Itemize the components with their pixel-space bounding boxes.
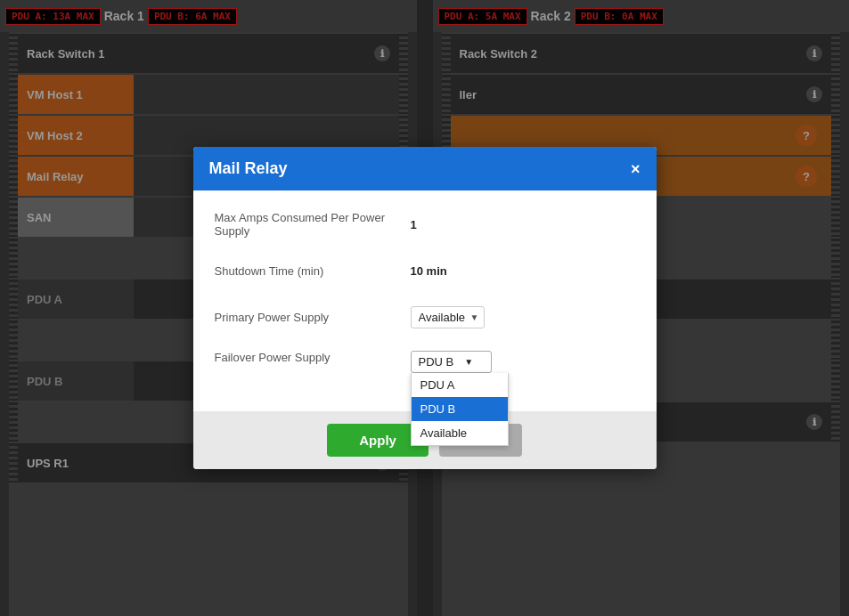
modal-body: Max Amps Consumed Per Power Supply 1 Shu… (193, 190, 657, 411)
failover-power-row: Failover Power Supply PDU B ▼ PDU A PDU … (215, 347, 635, 379)
shutdown-time-label: Shutdown Time (min) (215, 264, 411, 278)
failover-dropdown-list: PDU A PDU B Available (411, 373, 509, 446)
failover-power-label: Failover Power Supply (215, 351, 411, 364)
primary-power-row: Primary Power Supply Available ▼ (215, 301, 635, 333)
max-amps-value: 1 (411, 218, 417, 231)
failover-option-pdub[interactable]: PDU B (412, 397, 508, 421)
primary-power-label: Primary Power Supply (215, 311, 411, 324)
max-amps-row: Max Amps Consumed Per Power Supply 1 (215, 208, 635, 240)
failover-dropdown-display[interactable]: PDU B ▼ (411, 351, 493, 373)
modal-title: Mail Relay (209, 159, 288, 178)
modal-header: Mail Relay × (193, 147, 657, 190)
failover-selected-value: PDU B (419, 355, 454, 369)
primary-power-select[interactable]: Available (411, 306, 485, 328)
primary-power-select-wrapper: Available ▼ (411, 306, 485, 328)
failover-dropdown-arrow: ▼ (464, 357, 473, 367)
failover-option-available[interactable]: Available (412, 421, 508, 445)
failover-dropdown-container: PDU B ▼ PDU A PDU B Available (411, 351, 493, 373)
shutdown-time-value: 10 min (411, 264, 447, 278)
shutdown-time-row: Shutdown Time (min) 10 min (215, 255, 635, 287)
modal-overlay: Mail Relay × Max Amps Consumed Per Power… (0, 0, 849, 616)
failover-option-pdua[interactable]: PDU A (412, 373, 508, 397)
mail-relay-modal: Mail Relay × Max Amps Consumed Per Power… (193, 147, 657, 469)
main-area: PDU A: 13A MAX Rack 1 PDU B: 6A MAX Rack… (0, 0, 849, 616)
modal-close-button[interactable]: × (631, 161, 641, 177)
max-amps-label: Max Amps Consumed Per Power Supply (215, 211, 411, 238)
